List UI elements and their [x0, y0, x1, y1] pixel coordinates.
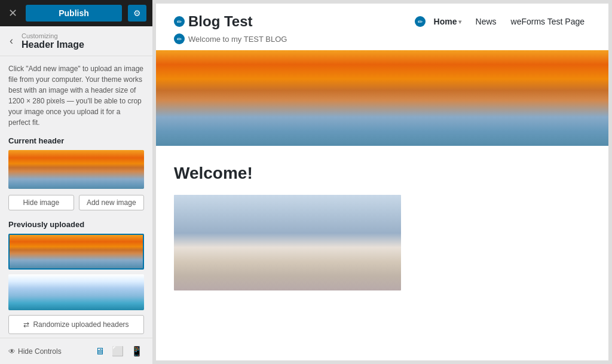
prev-thumb-1[interactable] — [8, 234, 144, 270]
device-icons: 🖥 ⬜ 📱 — [94, 344, 144, 358]
nav-titles: Customizing Header Image — [22, 32, 84, 50]
preview-frame: ✏ Blog Test ✏ Home ▾ News weForms Test P… — [156, 4, 608, 360]
nav-weforms-link[interactable]: weForms Test Page — [505, 13, 590, 30]
image-action-buttons: Hide image Add new image — [8, 195, 144, 210]
current-header-image — [8, 150, 144, 189]
nav-menu: ✏ Home ▾ News weForms Test Page — [415, 13, 590, 30]
site-header: ✏ Blog Test ✏ Home ▾ News weForms Test P… — [156, 4, 608, 50]
preview-panel: ✏ Blog Test ✏ Home ▾ News weForms Test P… — [152, 0, 612, 364]
hide-controls-button[interactable]: 👁 Hide Controls — [8, 347, 62, 356]
randomize-button[interactable]: ⇄ Randomize uploaded headers — [8, 315, 144, 334]
customizing-label: Customizing — [22, 32, 84, 39]
site-title-edit-icon[interactable]: ✏ — [174, 16, 185, 27]
site-title-row: ✏ Blog Test ✏ Home ▾ News weForms Test P… — [174, 13, 590, 30]
site-tagline: ✏ Welcome to my TEST BLOG — [174, 33, 590, 44]
randomize-icon: ⇄ — [23, 320, 29, 329]
close-button[interactable]: ✕ — [6, 5, 20, 21]
mobile-device-button[interactable]: 📱 — [130, 344, 144, 358]
site-title-group: ✏ Blog Test — [174, 13, 253, 30]
current-header-label: Current header — [8, 136, 144, 145]
site-title: Blog Test — [188, 13, 253, 30]
statue-image — [174, 195, 401, 290]
back-button[interactable]: ‹ — [6, 33, 17, 48]
bottom-bar: 👁 Hide Controls 🖥 ⬜ 📱 — [0, 338, 152, 364]
main-content: Welcome! — [156, 146, 608, 360]
nav-edit-icon[interactable]: ✏ — [415, 16, 426, 27]
nav-bar: ‹ Customizing Header Image — [0, 26, 152, 56]
add-new-image-button[interactable]: Add new image — [79, 195, 145, 210]
tagline-edit-icon[interactable]: ✏ — [174, 33, 185, 44]
hide-image-button[interactable]: Hide image — [8, 195, 74, 210]
description-text: Click "Add new image" to upload an image… — [8, 63, 144, 128]
nav-news-link[interactable]: News — [470, 13, 503, 30]
randomize-label: Randomize uploaded headers — [33, 320, 128, 329]
tagline-text: Welcome to my TEST BLOG — [188, 35, 287, 44]
previously-uploaded-label: Previously uploaded — [8, 220, 144, 229]
chevron-down-icon: ▾ — [458, 19, 461, 25]
panel-content: Click "Add new image" to upload an image… — [0, 56, 152, 338]
hero-image — [156, 50, 608, 146]
left-panel: ✕ Publish ⚙ ‹ Customizing Header Image C… — [0, 0, 152, 364]
nav-home-label: Home — [434, 17, 457, 26]
prev-thumb-2[interactable] — [8, 274, 144, 310]
nav-home-link[interactable]: Home ▾ — [428, 13, 467, 30]
desktop-device-button[interactable]: 🖥 — [94, 344, 106, 358]
top-bar: ✕ Publish ⚙ — [0, 0, 152, 26]
panel-title: Header Image — [22, 39, 84, 50]
tablet-device-button[interactable]: ⬜ — [111, 344, 125, 358]
publish-button[interactable]: Publish — [26, 5, 122, 22]
eye-icon: 👁 — [8, 347, 16, 356]
welcome-heading: Welcome! — [174, 164, 590, 183]
settings-button[interactable]: ⚙ — [128, 5, 146, 22]
hide-controls-label: Hide Controls — [18, 347, 62, 356]
